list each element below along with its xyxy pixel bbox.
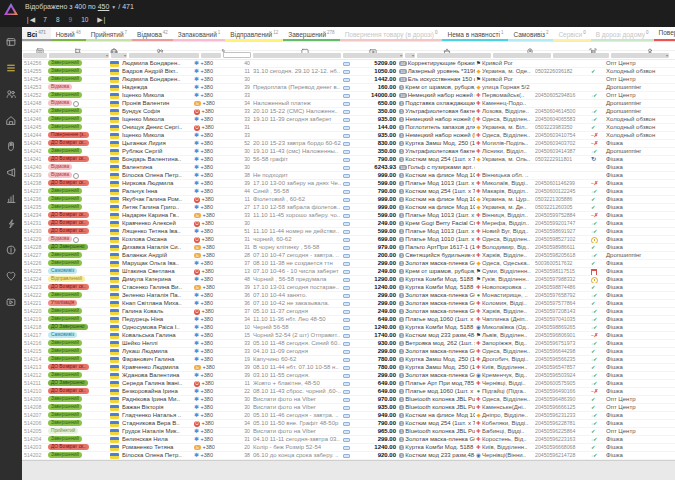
source-snowflake-icon: ✱ [194, 324, 199, 331]
order-row[interactable]: 514226ЗавершенийМарущак Ольга Іва..✱ +38… [22, 260, 675, 268]
tab-7[interactable]: Повернення товару (в дорозі)0 [340, 27, 443, 41]
order-row[interactable]: 514245ЗавершенийОнищук Денис Сергі..O +3… [22, 124, 675, 132]
filter-pay-input[interactable]: ▾ [405, 53, 415, 58]
sidebar-item-dashboard[interactable] [0, 29, 22, 55]
order-row[interactable]: 514248ВідмоваПронів Валентинlc +38034Нал… [22, 100, 675, 108]
order-row[interactable]: 514220ЗавершенийГалина КовальO +3803705.… [22, 308, 675, 316]
filter-phone-input[interactable] [223, 52, 251, 58]
order-row[interactable]: 514206ЗавершенийСтадникова Вера В..O +38… [22, 420, 675, 428]
page-number-9[interactable]: 9 [69, 16, 73, 23]
order-row[interactable]: 514237ЗавершенийРальчук Інна✱ +38044Сині… [22, 188, 675, 196]
order-row[interactable]: 514224ВідправленийДимула Катерина✱ +3804… [22, 276, 675, 284]
tab-0[interactable]: Всі471 [22, 27, 51, 41]
order-row[interactable]: 514202ЗавершенийБілоска Олена Петр..✱ +3… [22, 452, 675, 460]
filter-id-input[interactable] [23, 53, 47, 58]
order-row[interactable]: 514230ДО Возврат ск..Лященко Тетяна Іва.… [22, 228, 675, 236]
order-row[interactable]: 514253ВідмоваНадежда✱ +38039Предоплата (… [22, 84, 675, 92]
sidebar-item-info[interactable] [0, 237, 22, 263]
tab-3[interactable]: Відмова42 [132, 27, 173, 41]
tab-6[interactable]: Завершений278 [283, 27, 339, 41]
sidebar-item-stats[interactable] [0, 185, 22, 211]
filter-address-input[interactable] [493, 53, 551, 58]
tab-2[interactable]: Прийнятий7 [86, 27, 132, 41]
order-row[interactable]: 514216ЗавершенийШейко Неллі✱ +3803305.10… [22, 340, 675, 348]
order-row[interactable]: 514221УтилізаціяКнап Світлана Миха..✱ +3… [22, 300, 675, 308]
tab-4[interactable]: Запакований1 [173, 27, 226, 41]
tab-8[interactable]: Нема в наявності1 [442, 27, 508, 41]
order-row[interactable]: 514242ЗавершенийРублюк Сергій✱ +3803019.… [22, 148, 675, 156]
sidebar-item-hand[interactable] [0, 133, 22, 159]
order-row[interactable]: 514207ЗавершенийГладченко Наталья ..✱ +3… [22, 412, 675, 420]
order-row[interactable]: 514218ДО ЗавершеноОдносумова Раіса І..✱ … [22, 324, 675, 332]
order-row[interactable]: 514235ЗавершенийЛетяк Галина Григо..✱ +3… [22, 204, 675, 212]
sidebar-item-partners[interactable] [0, 263, 22, 289]
sidebar-item-orders[interactable] [0, 55, 22, 81]
order-row[interactable]: 514229ВідмоваКозлова ОксанаO +38031чорни… [22, 236, 675, 244]
order-row[interactable]: 514227ЗавершенийБаланюк Андрійlc +380280… [22, 252, 675, 260]
order-row[interactable]: 514210ДО Возврат ск..Безкоровайна Ірина✱… [22, 388, 675, 396]
filter-status-input[interactable]: ▾ [49, 53, 109, 58]
order-row[interactable]: 514244Повернення (з..Іщенко Микола✱ +380… [22, 132, 675, 140]
product-name: 10Немецкий набор ножей (Mirag.. [399, 92, 475, 99]
order-row[interactable]: 514213ДО Возврат ск..Кравченко Людмилаlc… [22, 364, 675, 372]
order-row[interactable]: 514215ЗавершенийЛукаш Людмила✱ +3803304.… [22, 348, 675, 356]
order-row[interactable]: 514247ЗавершенийБундук СофіяO +3803320.1… [22, 108, 675, 116]
client-name: Романенко Тетяна [122, 444, 194, 451]
order-row[interactable]: 514217СамовивізКовальська Галина✱ +38015… [22, 332, 675, 340]
filter-price-input[interactable]: ▾ [343, 53, 403, 58]
order-row[interactable]: 514234ДО Возврат ск..Надарян Карина Гв..… [22, 212, 675, 220]
order-row[interactable]: 514256ЗавершенийЛюдмила Бондарен..✱ +380… [22, 60, 675, 68]
tab-11[interactable]: В дорозі додому0 [591, 27, 654, 41]
page-number-10[interactable]: 10 [81, 16, 88, 23]
order-row[interactable]: 514241ДО Возврат ск..Бондарь Валентина..… [22, 156, 675, 164]
order-row[interactable]: 514254ЗавершенийЛюдмила Бондарен..✱ +380… [22, 76, 675, 84]
sidebar-item-client[interactable] [0, 81, 22, 107]
nova-poshta-icon: ✚ [475, 252, 482, 259]
order-row[interactable]: 514243ДО Возврат ск..Цыганюк Лидия✱ +380… [22, 140, 675, 148]
sidebar-item-warehouse[interactable] [0, 107, 22, 133]
order-row[interactable]: 514212ЗавершенийЖданова Валентина✱ +3803… [22, 372, 675, 380]
tab-12[interactable]: Повернення ( [654, 27, 675, 41]
filter-comment-input[interactable] [253, 53, 341, 58]
client-phone: ✱ +380 [194, 428, 238, 435]
order-row[interactable]: 514239ВідмоваБілоска Олена Петр..✱ +3803… [22, 172, 675, 180]
order-row[interactable]: 514222ЗавершенийЗеленко Наталія Па..✱ +3… [22, 292, 675, 300]
filter-source-input[interactable] [201, 53, 221, 58]
order-row[interactable]: 514214ЗавершенийФаранович Галина✱ +38019… [22, 356, 675, 364]
order-row[interactable]: 514205ПрийнятийГрудок Наталія Мик..✱ +38… [22, 428, 675, 436]
page-number-8[interactable]: 8 [56, 16, 60, 23]
order-row[interactable]: 514255ЗавершенийБадров Андрій Вікт..✱ +3… [22, 68, 675, 76]
order-row[interactable]: 514240ВідмоваВалентина✱ +380306243.9310Г… [22, 164, 675, 172]
filter-manager-input[interactable]: ▾ [611, 53, 669, 58]
page-number-7[interactable]: 7 [43, 16, 47, 23]
order-row[interactable]: 514223ДО Возврат ск..Стасенко Галина Ви.… [22, 284, 675, 292]
order-comment: В чорну клітинку , 56-58 [253, 244, 343, 251]
filter-flag-input[interactable]: ▾ [111, 53, 127, 58]
sidebar-item-integrations[interactable] [0, 211, 22, 237]
first-page-button[interactable]: ❘◀ [25, 16, 34, 24]
tab-10[interactable]: Сервіси0 [553, 27, 590, 41]
order-row[interactable]: 514219ЗавершенийПедурець Ніна✱ +3803411.… [22, 316, 675, 324]
order-row[interactable]: 514204ЗавершенийБелинская Нила✱ +3803104… [22, 436, 675, 444]
order-row[interactable]: 514246ЗавершенийІщенко Микола✱ +3803319.… [22, 116, 675, 124]
order-row[interactable]: 514252ЗавершенийІщенко Микола✱ +38033140… [22, 92, 675, 100]
order-row[interactable]: 514236ЗавершенийЯкубчак Галина Ром..O +3… [22, 196, 675, 204]
tab-5[interactable]: Відправлений12 [225, 27, 283, 41]
order-row[interactable]: 514211ДО ЗавершеноСереда Галина Івані..O… [22, 380, 675, 388]
order-row[interactable]: 514228ДО ЗавершеноДихавка Наталія Си..lc… [22, 244, 675, 252]
order-row[interactable]: 514225СамовивізШтакина СветланаO +380130… [22, 268, 675, 276]
order-row[interactable]: 514208ЗавершенийБажан Вікторія✱ +38030Ви… [22, 404, 675, 412]
last-page-button[interactable]: ▶❘ [97, 16, 106, 24]
order-row[interactable]: 514238ДО Возврат ск..Ниркова Людмила✱ +3… [22, 180, 675, 188]
filter-product-input[interactable] [417, 53, 491, 58]
filter-ttn-input[interactable] [553, 53, 609, 58]
sidebar-item-megaphone[interactable] [0, 159, 22, 185]
tab-1[interactable]: Новий48 [51, 27, 86, 41]
order-row[interactable]: 514203ДО Возврат ск..Романенко Тетянаlc … [22, 444, 675, 452]
page-size-dropdown[interactable]: 450 [98, 3, 110, 10]
filter-client-input[interactable] [129, 53, 199, 58]
tab-9[interactable]: Самовивіз2 [508, 27, 553, 41]
order-row[interactable]: 514209ЗавершенийРаднікова Ірина Ми..✱ +3… [22, 396, 675, 404]
order-row[interactable]: 514231ДО Возврат ск..Кравченко АлексейO … [22, 220, 675, 228]
sidebar-item-video[interactable] [0, 289, 22, 315]
